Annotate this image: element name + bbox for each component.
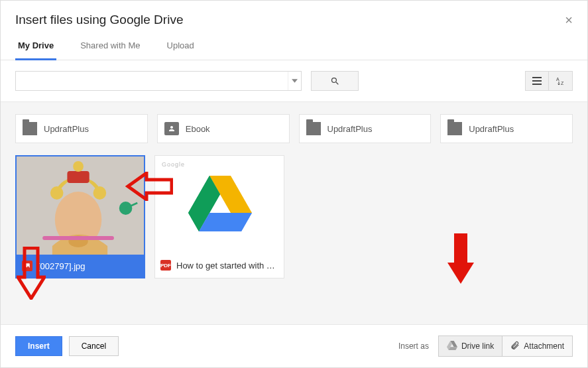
attachment-label: Attachment xyxy=(524,341,564,351)
svg-rect-1 xyxy=(532,80,542,82)
drive-icon xyxy=(447,341,457,352)
folder-icon xyxy=(306,122,321,135)
view-controls: AZ xyxy=(525,71,573,91)
drive-link-label: Drive link xyxy=(461,341,494,351)
folder-label: Ebook xyxy=(186,124,210,134)
sort-az-icon: AZ xyxy=(556,76,565,86)
insert-as-label: Insert as xyxy=(398,341,429,351)
header: Insert files using Google Drive × xyxy=(1,1,587,27)
drive-link-button[interactable]: Drive link xyxy=(439,336,502,356)
file-name: How to get started with … xyxy=(176,261,275,271)
file-caption: [002797].jpg xyxy=(17,255,144,277)
close-icon[interactable]: × xyxy=(565,13,573,27)
svg-point-10 xyxy=(93,186,107,200)
folder-item[interactable]: Ebook xyxy=(157,114,290,143)
folder-label: UpdraftPlus xyxy=(44,124,89,134)
dialog-title: Insert files using Google Drive xyxy=(15,13,183,27)
shared-folder-icon xyxy=(164,122,179,135)
insert-button[interactable]: Insert xyxy=(15,336,62,356)
file-name: [002797].jpg xyxy=(38,261,86,271)
pdf-file-icon: PDF xyxy=(160,260,171,271)
svg-text:Z: Z xyxy=(561,81,564,86)
svg-rect-12 xyxy=(42,236,114,240)
drive-logo-icon xyxy=(188,176,252,233)
folder-label: UpdraftPlus xyxy=(469,124,514,134)
folder-item[interactable]: UpdraftPlus xyxy=(15,114,148,143)
file-item[interactable]: Google PDF How to get st xyxy=(154,155,284,278)
folder-label: UpdraftPlus xyxy=(327,124,373,134)
insert-mode-group: Insert as Drive link xyxy=(398,336,573,357)
sort-button[interactable]: AZ xyxy=(549,71,573,91)
svg-rect-0 xyxy=(532,77,542,78)
svg-text:A: A xyxy=(556,77,559,82)
tabs: My Drive Shared with Me Upload xyxy=(1,27,587,60)
attachment-button[interactable]: Attachment xyxy=(502,336,572,356)
folders-row: UpdraftPlus Ebook UpdraftPlus UpdraftPlu… xyxy=(15,114,573,143)
tab-my-drive[interactable]: My Drive xyxy=(15,40,56,60)
folder-icon xyxy=(447,122,462,135)
insert-mode-segment: Drive link Attachment xyxy=(438,336,573,357)
tab-shared-with-me[interactable]: Shared with Me xyxy=(78,40,143,60)
folder-item[interactable]: UpdraftPlus xyxy=(299,114,432,143)
list-view-button[interactable] xyxy=(525,71,549,91)
file-item-selected[interactable]: [002797].jpg xyxy=(15,155,145,278)
footer: Insert Cancel Insert as Drive link xyxy=(1,324,587,367)
search-button[interactable] xyxy=(311,71,359,91)
search-wrap xyxy=(15,71,302,91)
file-thumbnail: Google xyxy=(155,156,284,254)
svg-point-9 xyxy=(50,186,64,200)
svg-rect-7 xyxy=(67,171,89,183)
list-icon xyxy=(532,77,542,85)
folder-icon xyxy=(23,122,37,135)
folder-item[interactable]: UpdraftPlus xyxy=(440,114,573,143)
image-file-icon xyxy=(22,261,32,271)
svg-point-8 xyxy=(73,161,84,172)
tab-upload[interactable]: Upload xyxy=(164,40,197,60)
file-caption: PDF How to get started with … xyxy=(155,254,284,276)
search-input[interactable] xyxy=(16,72,288,90)
drive-picker-window: Insert files using Google Drive × My Dri… xyxy=(0,0,588,368)
toolbar: AZ xyxy=(1,60,587,102)
content-area: UpdraftPlus Ebook UpdraftPlus UpdraftPlu… xyxy=(1,102,587,324)
search-dropdown-caret[interactable] xyxy=(288,72,301,90)
paperclip-icon xyxy=(510,340,520,353)
search-icon xyxy=(330,76,340,86)
svg-rect-2 xyxy=(532,84,542,85)
cancel-button[interactable]: Cancel xyxy=(69,336,119,356)
files-row: [002797].jpg Google xyxy=(15,155,573,278)
file-thumbnail xyxy=(17,156,144,255)
